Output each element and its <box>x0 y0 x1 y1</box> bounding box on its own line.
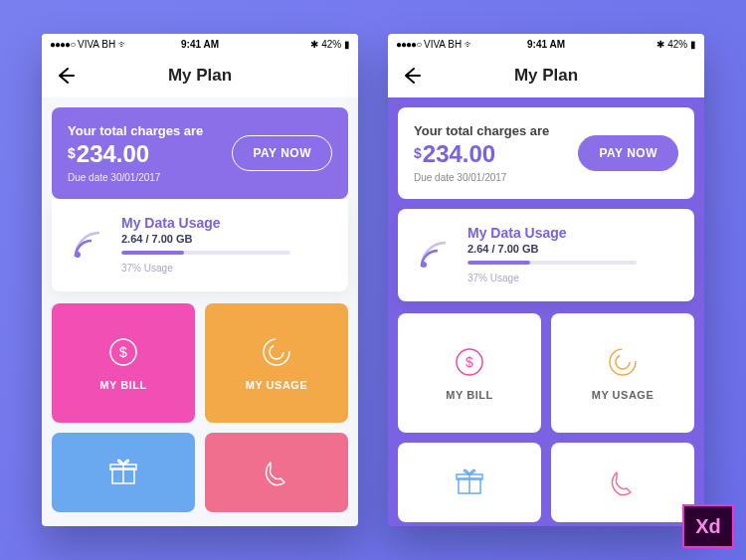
phone-icon <box>605 465 641 500</box>
charges-due: Due date 30/01/2017 <box>414 172 549 183</box>
phone-icon <box>259 455 294 490</box>
charges-label: Your total charges are <box>68 123 203 138</box>
tile-my-usage[interactable]: MY USAGE <box>205 303 348 423</box>
usage-percent: 37% Usage <box>467 273 637 283</box>
pay-now-button[interactable]: PAY NOW <box>232 135 332 171</box>
tile-gift[interactable] <box>398 443 541 522</box>
svg-text:$: $ <box>119 344 127 360</box>
dollar-circle-icon: $ <box>106 335 140 369</box>
charges-due: Due date 30/01/2017 <box>68 172 203 183</box>
usage-circle-icon <box>260 335 293 369</box>
status-bar: ●●●●○ VIVA BH ᯤ 9:41 AM ✱ 42% ▮ <box>388 34 704 54</box>
tile-grid: $ MY BILL MY USAGE <box>398 313 694 522</box>
nav-bar: My Plan <box>42 54 358 97</box>
charges-amount: $234.00 <box>414 140 549 168</box>
charges-card: Your total charges are $234.00 Due date … <box>398 107 694 199</box>
page-title: My Plan <box>42 66 358 86</box>
svg-point-3 <box>264 339 289 365</box>
tile-label: MY USAGE <box>592 389 653 401</box>
tile-label: MY USAGE <box>246 379 307 391</box>
page-title: My Plan <box>388 66 704 86</box>
signal-icon <box>414 235 454 275</box>
tile-grid: $ MY BILL MY USAGE <box>52 303 348 512</box>
pay-now-button[interactable]: PAY NOW <box>578 135 678 171</box>
usage-bar <box>121 251 290 255</box>
tile-my-bill[interactable]: $ MY BILL <box>52 303 195 423</box>
svg-point-8 <box>421 262 427 268</box>
svg-point-12 <box>616 355 630 369</box>
back-button[interactable] <box>402 66 422 90</box>
gift-icon <box>452 465 487 500</box>
usage-circle-icon <box>606 345 640 379</box>
charges-card: Your total charges are $234.00 Due date … <box>52 107 348 199</box>
nav-bar: My Plan <box>388 54 704 97</box>
dollar-circle-icon: $ <box>453 345 486 379</box>
tile-label: MY BILL <box>446 389 492 401</box>
tile-gift[interactable] <box>52 433 195 512</box>
status-bar: ●●●●○ VIVA BH ᯤ 9:41 AM ✱ 42% ▮ <box>42 34 358 54</box>
gift-icon <box>105 455 141 490</box>
arrow-left-icon <box>402 66 422 86</box>
usage-bar <box>467 261 637 265</box>
svg-point-11 <box>610 349 636 375</box>
svg-point-0 <box>75 252 81 258</box>
usage-values: 2.64 / 7.00 GB <box>467 243 637 255</box>
usage-title: My Data Usage <box>467 225 637 241</box>
status-time: 9:41 AM <box>42 39 358 50</box>
charges-label: Your total charges are <box>414 123 549 138</box>
tile-call[interactable] <box>551 443 694 522</box>
adobe-xd-badge: Xd <box>682 504 734 548</box>
tile-my-usage[interactable]: MY USAGE <box>551 313 694 433</box>
back-button[interactable] <box>56 66 76 90</box>
svg-text:$: $ <box>466 354 473 370</box>
svg-point-4 <box>270 345 283 359</box>
arrow-left-icon <box>56 66 76 86</box>
phone-variant-b: ●●●●○ VIVA BH ᯤ 9:41 AM ✱ 42% ▮ My Plan … <box>388 34 704 526</box>
usage-values: 2.64 / 7.00 GB <box>121 233 290 245</box>
status-time: 9:41 AM <box>388 39 704 50</box>
signal-icon <box>68 225 107 265</box>
charges-amount: $234.00 <box>68 140 203 168</box>
tile-call[interactable] <box>205 433 348 512</box>
usage-percent: 37% Usage <box>121 263 290 274</box>
tile-my-bill[interactable]: $ MY BILL <box>398 313 541 433</box>
data-usage-card: My Data Usage 2.64 / 7.00 GB 37% Usage <box>52 199 348 291</box>
usage-title: My Data Usage <box>121 215 290 231</box>
phone-variant-a: ●●●●○ VIVA BH ᯤ 9:41 AM ✱ 42% ▮ My Plan … <box>42 34 358 526</box>
tile-label: MY BILL <box>99 379 146 391</box>
data-usage-card: My Data Usage 2.64 / 7.00 GB 37% Usage <box>398 209 694 301</box>
